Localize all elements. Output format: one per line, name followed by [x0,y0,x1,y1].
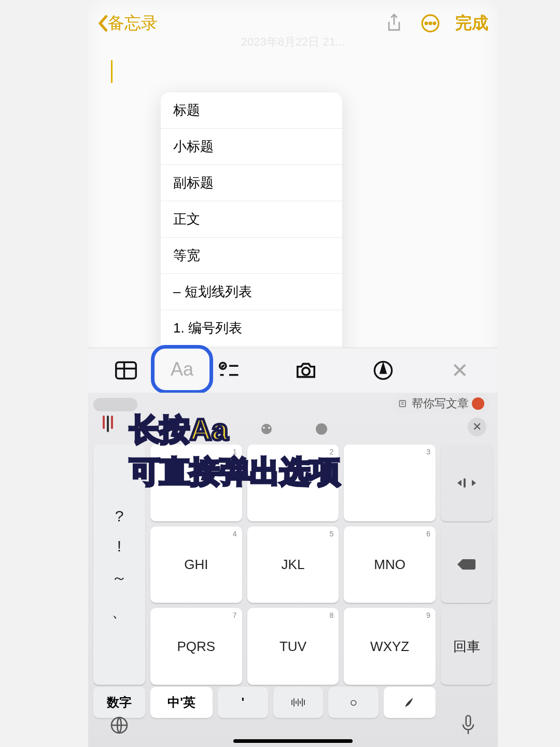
format-menu: 标题 小标题 副标题 正文 等宽 – 短划线列表 1. 编号列表 • 项目符号列… [161,92,342,382]
format-toolbar: Aa ✕ [88,348,498,393]
svg-point-2 [429,22,431,24]
annotation-overlay: 长按Aa 可直接弹出选项 [130,408,340,492]
svg-rect-4 [116,362,136,379]
svg-rect-12 [464,478,466,488]
svg-point-1 [425,22,427,24]
back-label: 备忘录 [108,12,158,35]
phone-frame: 备忘录 完成 2023年8月22日 21... 标题 小标题 副标题 正文 等宽… [88,0,498,747]
close-icon[interactable]: ✕ [448,358,472,382]
text-format-button[interactable]: Aa [151,345,213,394]
key-mno[interactable]: MNO6 [344,527,436,603]
back-button[interactable]: 备忘录 [97,12,158,35]
key-ghi[interactable]: GHI4 [150,527,242,603]
svg-point-6 [302,368,310,375]
menu-item-numbered-list[interactable]: 1. 编号列表 [161,310,342,347]
svg-rect-14 [466,716,471,726]
cursor-key[interactable] [441,445,493,521]
key-jkl[interactable]: JKL5 [247,527,339,603]
key-tuv[interactable]: TUV8 [247,608,339,685]
enter-key[interactable]: 回車 [441,608,493,685]
share-icon[interactable] [383,12,405,35]
markup-icon[interactable] [371,358,395,382]
backspace-key[interactable] [441,527,493,603]
key-3[interactable]: 3 [344,445,436,521]
globe-icon[interactable] [109,715,130,738]
menu-item-dash-list[interactable]: – 短划线列表 [161,274,342,310]
text-cursor [111,60,113,83]
helper-badge-icon [472,397,484,410]
menu-item-heading[interactable]: 小标题 [161,129,342,165]
ai-helper[interactable]: 帮你写文章 [393,394,489,413]
menu-item-mono[interactable]: 等宽 [161,238,342,274]
table-icon[interactable] [114,358,138,382]
menu-item-title[interactable]: 标题 [161,92,342,129]
camera-icon[interactable] [294,358,318,382]
menu-item-subheading[interactable]: 副标题 [161,165,342,201]
more-icon[interactable] [419,12,442,35]
svg-point-3 [433,22,436,24]
note-date: 2023年8月22日 21... [88,34,498,50]
done-button[interactable]: 完成 [455,12,488,35]
key-wxyz[interactable]: WXYZ9 [344,608,436,685]
key-pqrs[interactable]: PQRS7 [150,608,242,685]
mic-icon[interactable] [459,714,477,739]
keyboard-close-icon[interactable]: ✕ [468,418,486,436]
menu-item-body[interactable]: 正文 [161,201,342,238]
home-indicator[interactable] [233,739,353,743]
checklist-icon[interactable] [217,358,241,382]
keyboard: 帮你写文章 ✕ 长按Aa 可直接弹出选项 ?!～、 1 2 3 GHI4 JKL… [88,393,498,747]
